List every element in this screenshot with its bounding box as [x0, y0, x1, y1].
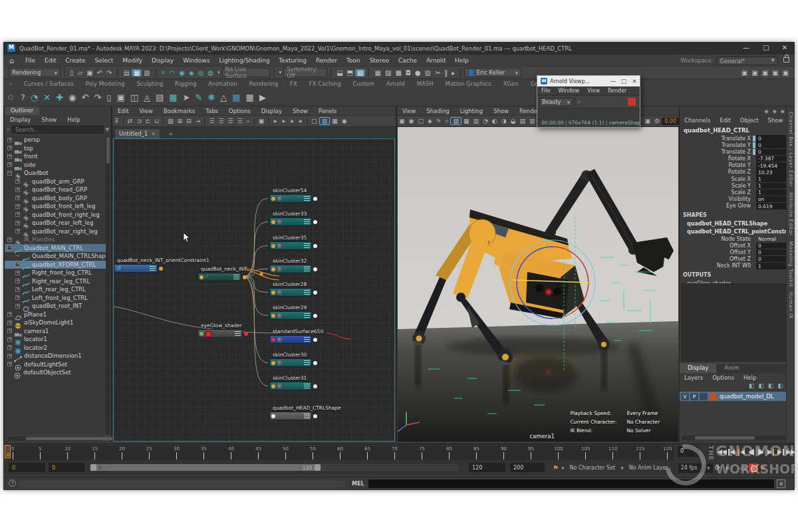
expand-toggle[interactable]: + [15, 196, 20, 200]
arnold-menu-view[interactable]: View [583, 88, 604, 94]
symmetry-field[interactable]: Symmetry: Off [283, 68, 327, 77]
cut-icon[interactable]: ✕ [41, 92, 53, 102]
layout-2-icon[interactable]: ☰ [217, 118, 226, 124]
sel-arrow-2-icon[interactable]: ➤ [279, 118, 288, 124]
shelf-tab-rigging[interactable]: Rigging [169, 80, 202, 87]
playback-end-field[interactable]: 120 [469, 463, 505, 472]
channel-box-menu-edit[interactable]: Edit [715, 117, 735, 124]
shelf-tab-fx-caching[interactable]: FX Caching [303, 80, 347, 87]
layer-playback-toggle[interactable]: P [690, 393, 698, 400]
fps-dropdown[interactable]: 24 fps▼ [678, 464, 713, 473]
outliner-item-quadbot_head_grp[interactable]: +quadBot_head_GRP [5, 186, 106, 194]
gear-icon[interactable]: ⚙ [652, 118, 662, 124]
layer-menu-options[interactable]: Options [708, 374, 739, 381]
side-tab-modeling-toolkit[interactable]: Modeling Toolkit [788, 241, 794, 287]
node-editor-add-tab[interactable]: + [168, 130, 174, 137]
node-skinCluster30[interactable]: skinCluster30 [269, 358, 312, 367]
node-skinCluster29[interactable]: skinCluster29 [269, 311, 312, 320]
outliner-item-front[interactable]: +front [5, 152, 106, 161]
outliner-filter-dropdown-icon[interactable]: ▼ [106, 127, 109, 132]
channel-row-scale-z[interactable]: Scale Z1 [680, 190, 789, 196]
viewport-menu-lighting[interactable]: Lighting [455, 108, 488, 114]
play-backwards-button[interactable] [746, 447, 756, 458]
loop-icon[interactable]: ⟳ [713, 464, 723, 472]
save-scene-icon[interactable]: ▣ [84, 69, 94, 76]
node-standardSurface650[interactable]: standardSurface650 [269, 335, 312, 344]
outliner-item-defaultobjectset[interactable]: defaultObjectSet [5, 368, 106, 377]
node-editor-menu-bookmarks[interactable]: Bookmarks [158, 108, 201, 114]
layer-menu-layers[interactable]: Layers [680, 374, 708, 381]
undo-arc-icon[interactable]: ↶ [78, 92, 91, 102]
remove-node-icon[interactable]: ⊟ [184, 118, 194, 124]
shelf-tab-fx[interactable]: FX [284, 80, 303, 87]
outliner-item-quadbot_main_ctrl[interactable]: −Quadbot_MAIN_CTRL [5, 244, 106, 253]
node-editor-tab[interactable]: Untitled_1✕ [115, 129, 160, 138]
viewport-menu-show[interactable]: Show [488, 108, 514, 114]
soft-mod-icon[interactable]: ◉ [66, 92, 78, 102]
layer-down-icon[interactable]: ◧ [775, 382, 785, 391]
viewport-3d-view[interactable]: camera1 Playback Speed:Every FrameCurren… [398, 127, 678, 442]
channel-box-menu-show[interactable]: Show [763, 117, 787, 124]
shadows-icon[interactable]: ◐ [490, 118, 499, 124]
menu-set-dropdown[interactable]: Rendering▼ [9, 68, 61, 77]
duplicate-special-icon[interactable]: ▣ [114, 92, 127, 102]
grid-blue-icon[interactable]: ▦ [229, 92, 243, 102]
node-skinCluster32[interactable]: skinCluster32 [269, 265, 312, 273]
attribute-editor-icon[interactable]: ▣ [770, 69, 780, 76]
menu-stereo[interactable]: Stereo [365, 57, 394, 64]
shelf-tab-custom[interactable]: Custom [347, 80, 381, 87]
channel-row-scale-y[interactable]: Scale Y1 [680, 182, 789, 189]
expand-toggle[interactable]: + [7, 321, 12, 325]
layer-menu-help[interactable]: Help [739, 374, 761, 381]
layer-name[interactable]: quadbot_model_DL [720, 393, 774, 400]
animation-end-field[interactable]: 200 [510, 463, 545, 472]
redo-icon[interactable]: ↷ [104, 69, 114, 76]
sel-arrow-4-icon[interactable]: ➤ [296, 118, 305, 124]
expand-toggle[interactable]: − [7, 171, 12, 176]
outliner-item-distancedimension1[interactable]: +distanceDimension1 [5, 352, 106, 360]
particle-icon[interactable]: ❋ [205, 92, 217, 102]
expand-toggle[interactable]: + [7, 354, 12, 358]
humanik-icon[interactable]: ▣ [749, 69, 759, 76]
live-surface-field[interactable]: No Live Surface [222, 68, 270, 77]
shelf-collapse-buttons[interactable]: ‒○ [6, 80, 15, 104]
mode-connected-icon[interactable]: ▥ [319, 117, 331, 125]
viewport-menu-view[interactable]: View [397, 108, 421, 114]
snap-live-icon[interactable]: ◍ [205, 69, 215, 76]
workspace-select[interactable]: General* [717, 57, 778, 65]
animation-start-field[interactable]: 0 [9, 463, 45, 472]
channel-row-translate-z[interactable]: Translate Z0 [680, 148, 789, 155]
go-to-end-button[interactable] [786, 447, 796, 458]
channel-row-scale-x[interactable]: Scale X1 [680, 176, 789, 182]
current-frame-field[interactable]: 0 [678, 446, 699, 457]
arnold-menu-file[interactable]: File [537, 88, 554, 94]
channel-row-visibility[interactable]: Visibilityon [680, 196, 789, 203]
constraint-name[interactable]: quadbot_HEAD_CTRL_pointConstraint1 [680, 227, 789, 235]
node-editor-menu-display[interactable]: Display [256, 108, 287, 114]
node-editor-menu-options[interactable]: Options [223, 108, 256, 114]
expand-toggle[interactable]: + [7, 154, 12, 159]
shelf-tab-animation[interactable]: Animation [202, 80, 243, 87]
move-icon[interactable]: ✚ [53, 92, 66, 102]
node-skinCluster28[interactable]: skinCluster28 [269, 288, 312, 297]
current-frame-marker[interactable]: 0 [5, 445, 11, 458]
expand-toggle[interactable]: + [7, 237, 12, 242]
node-quadbot_HEAD_CTRLShape[interactable]: quadbot_HEAD_CTRLShape [269, 412, 312, 420]
menu-arnold[interactable]: Arnold [422, 57, 450, 64]
shelf-tab-curves-surfaces[interactable]: Curves / Surfaces [18, 80, 80, 87]
menu-toon[interactable]: Toon [342, 57, 365, 64]
network-icon[interactable]: △ [217, 92, 229, 102]
graph-icon[interactable]: ▧ [355, 69, 365, 76]
outliner-item-right_rear_leg_ctrl[interactable]: +Right_rear_leg_CTRL [5, 277, 106, 286]
film-gate-icon[interactable]: ▥ [527, 118, 537, 124]
render-settings-icon[interactable]: ▩ [393, 69, 403, 76]
camera-select-icon[interactable]: ▣ [397, 118, 407, 124]
node-editor-canvas[interactable]: skinCluster54skinCluster33skinCluster35s… [113, 138, 395, 442]
outliner-item-left_front_leg_ctrl[interactable]: +Left_front_leg_CTRL [5, 294, 106, 303]
select-hierarchy-icon[interactable]: ▤ [121, 69, 131, 76]
time-slider[interactable]: 0510152025303540455055606570758085909510… [3, 444, 795, 461]
expand-toggle[interactable]: + [15, 229, 20, 233]
channel-box-menu-channels[interactable]: Channels [680, 117, 715, 124]
arnold-title-bar[interactable]: M Arnold Viewp... — □ ✕ [537, 76, 640, 86]
expand-toggle[interactable]: + [7, 337, 12, 342]
